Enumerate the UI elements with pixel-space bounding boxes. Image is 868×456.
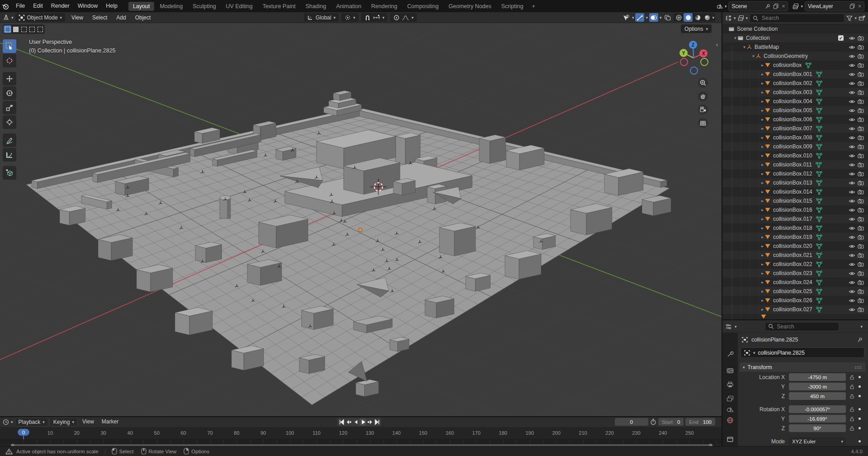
hide-eye-icon[interactable]: [847, 271, 856, 276]
tool-move[interactable]: [3, 72, 16, 86]
hide-eye-icon[interactable]: [847, 190, 856, 195]
disable-render-icon[interactable]: [856, 162, 865, 167]
properties-tab-render[interactable]: [724, 365, 736, 376]
chevron-right-icon[interactable]: ▸: [760, 153, 764, 158]
chevron-right-icon[interactable]: ▸: [760, 307, 764, 312]
outliner-row[interactable]: ▸collisionBox.006: [722, 115, 868, 124]
collection-checkbox[interactable]: ✓: [838, 35, 844, 41]
tool-annotate[interactable]: [3, 133, 16, 147]
workspace-tab-texture-paint[interactable]: Texture Paint: [258, 2, 300, 11]
disable-render-icon[interactable]: [856, 44, 865, 50]
hide-eye-icon[interactable]: [847, 63, 856, 68]
chevron-right-icon[interactable]: ▸: [760, 117, 764, 122]
collapse-gizmo-arrow[interactable]: ‹: [716, 42, 718, 48]
animate-dot[interactable]: [859, 427, 861, 429]
xray-toggle[interactable]: [663, 13, 672, 22]
outliner-row[interactable]: ▸collisionBox.001: [722, 70, 868, 79]
gizmo-toggle[interactable]: [635, 13, 644, 22]
next-key-button[interactable]: [367, 418, 373, 426]
frame-start-field[interactable]: Start 0: [658, 418, 684, 426]
chevron-right-icon[interactable]: ▸: [760, 171, 764, 176]
hide-eye-icon[interactable]: [847, 126, 856, 131]
hide-eye-icon[interactable]: [847, 72, 856, 77]
hide-eye-icon[interactable]: [847, 54, 856, 59]
gizmo-axis-x[interactable]: X: [699, 49, 708, 57]
transform-panel-header[interactable]: ▾ Transform: [740, 362, 865, 372]
properties-tab-tool[interactable]: [724, 348, 736, 360]
animate-dot[interactable]: [859, 395, 861, 397]
chevron-right-icon[interactable]: ▸: [760, 199, 764, 203]
outliner-row[interactable]: ▸collisionBox.015: [722, 196, 868, 205]
lock-icon[interactable]: [849, 426, 855, 431]
select-mode-subtract[interactable]: [20, 25, 28, 33]
outliner-editor-icon[interactable]: [725, 15, 732, 21]
chevron-right-icon[interactable]: ▸: [760, 190, 764, 194]
disable-render-icon[interactable]: [856, 99, 865, 104]
outliner-row[interactable]: ▸collisionBox.010: [722, 151, 868, 160]
outliner-row[interactable]: ▸collisionBox.024: [722, 278, 868, 287]
viewport-menu-add[interactable]: Add: [112, 14, 130, 21]
outliner-item-label[interactable]: collisionBox.026: [773, 297, 812, 304]
disable-render-icon[interactable]: [856, 243, 865, 249]
pin-icon[interactable]: [765, 4, 770, 9]
disable-render-icon[interactable]: [856, 280, 865, 285]
lock-icon[interactable]: [849, 384, 855, 390]
disable-render-icon[interactable]: [856, 90, 865, 95]
chevron-right-icon[interactable]: ▸: [760, 63, 764, 67]
outliner-item-label[interactable]: collisionBox.005: [773, 107, 812, 114]
menu-window[interactable]: Window: [74, 0, 102, 12]
properties-tab-output[interactable]: [724, 379, 736, 390]
disable-render-icon[interactable]: [856, 261, 865, 267]
hide-eye-icon[interactable]: [847, 144, 856, 149]
outliner-row[interactable]: ▾CollisionGeometry: [722, 52, 868, 61]
hide-eye-icon[interactable]: [847, 36, 856, 41]
gizmo-axis-neg-x[interactable]: [680, 58, 688, 66]
filter-icon[interactable]: [846, 15, 853, 21]
lock-icon[interactable]: [849, 375, 855, 380]
disable-render-icon[interactable]: [856, 198, 865, 204]
chevron-right-icon[interactable]: ▸: [760, 90, 764, 95]
disable-render-icon[interactable]: [856, 62, 865, 68]
jump-end-button[interactable]: [374, 418, 381, 426]
disable-render-icon[interactable]: [856, 189, 865, 195]
add-workspace-button[interactable]: +: [528, 2, 538, 11]
outliner-item-label[interactable]: collisionBox.012: [773, 171, 812, 177]
outliner-row[interactable]: ▸collisionBox.018: [722, 223, 868, 233]
chevron-right-icon[interactable]: ▸: [760, 180, 764, 185]
hide-eye-icon[interactable]: [847, 235, 856, 240]
outliner-item-label[interactable]: collisionBox.020: [773, 243, 812, 249]
animate-dot[interactable]: [859, 385, 861, 388]
chevron-down-icon[interactable]: ▾: [733, 36, 737, 40]
pivot-dropdown[interactable]: ▾: [341, 13, 359, 22]
properties-search[interactable]: [765, 322, 839, 331]
animate-dot[interactable]: [859, 418, 861, 420]
hide-eye-icon[interactable]: [847, 99, 856, 104]
disable-render-icon[interactable]: [856, 81, 865, 86]
workspace-tab-layout[interactable]: Layout: [128, 2, 155, 11]
timeline-menu-view[interactable]: View: [79, 418, 97, 426]
disable-render-icon[interactable]: [856, 108, 865, 113]
hide-eye-icon[interactable]: [847, 171, 856, 176]
outliner-item-label[interactable]: collisionBox.008: [773, 134, 812, 141]
gizmo-axis-neg-z[interactable]: [690, 67, 698, 74]
gizmo-axis-y[interactable]: Y: [679, 49, 688, 57]
chevron-right-icon[interactable]: ▸: [760, 262, 764, 266]
outliner-row[interactable]: ▸collisionBox.021: [722, 251, 868, 260]
object-name-field[interactable]: ▾ collisionPlane.2825: [741, 347, 864, 358]
scene-selector[interactable]: ▾ Scene ×: [717, 1, 788, 11]
outliner-row[interactable]: ▸collisionBox.002: [722, 79, 868, 88]
new-collection-icon[interactable]: [859, 15, 865, 21]
lock-icon[interactable]: [849, 394, 855, 399]
tool-select-box[interactable]: [3, 39, 16, 53]
lock-icon[interactable]: [849, 416, 855, 422]
hide-eye-icon[interactable]: [847, 81, 856, 86]
current-frame-field[interactable]: 0: [615, 418, 648, 426]
disable-render-icon[interactable]: [856, 216, 865, 222]
select-mode-intersect[interactable]: [36, 25, 44, 33]
outliner-item-label[interactable]: BattleMap: [755, 44, 779, 50]
viewport-3d[interactable]: ZYX‹ Options▾ User Perspective (0) Colle…: [0, 23, 722, 416]
chevron-right-icon[interactable]: ▸: [760, 81, 764, 86]
outliner-item-label[interactable]: collisionBox.022: [773, 261, 812, 267]
hide-eye-icon[interactable]: [847, 217, 856, 222]
disable-render-icon[interactable]: [856, 171, 865, 176]
